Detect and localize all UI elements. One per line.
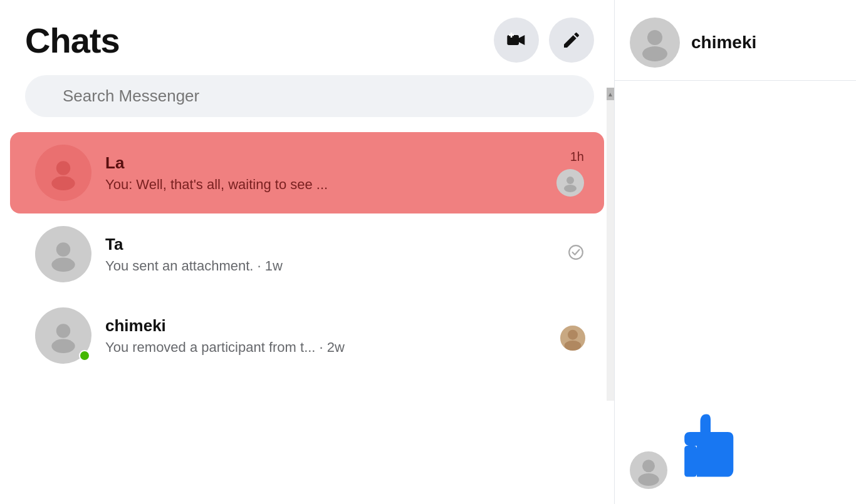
avatar xyxy=(35,226,91,282)
chat-meta xyxy=(556,322,584,349)
status-avatar xyxy=(556,169,584,197)
svg-point-17 xyxy=(642,46,667,61)
chat-preview: You sent an attachment. · 1w xyxy=(105,258,560,274)
svg-point-9 xyxy=(56,242,70,256)
list-item[interactable]: Ta You sent an attachment. · 1w xyxy=(10,213,604,295)
chat-time: 1h xyxy=(570,150,584,164)
search-input[interactable] xyxy=(25,75,594,117)
scroll-up-button[interactable]: ▲ xyxy=(607,88,614,100)
svg-point-15 xyxy=(565,341,582,351)
svg-point-12 xyxy=(56,324,70,337)
page-title: Chats xyxy=(25,20,120,61)
svg-rect-20 xyxy=(684,446,697,477)
svg-point-18 xyxy=(642,460,655,472)
online-indicator xyxy=(79,350,90,361)
chat-name: chimeki xyxy=(105,316,549,336)
svg-point-7 xyxy=(566,177,574,184)
svg-point-5 xyxy=(56,161,70,175)
list-item[interactable]: chimeki You removed a participant from t… xyxy=(10,295,604,376)
svg-rect-0 xyxy=(507,35,519,45)
right-header: chimeki xyxy=(615,0,856,81)
new-chat-button[interactable] xyxy=(549,18,594,63)
avatar xyxy=(35,307,91,364)
message-avatar xyxy=(630,451,667,489)
chat-name: La xyxy=(105,153,549,173)
chat-list: La You: Well, that's all, waiting to see… xyxy=(0,132,614,504)
left-panel: Chats xyxy=(0,0,614,504)
chat-preview: You removed a participant from t... · 2w xyxy=(105,339,549,356)
svg-point-16 xyxy=(647,30,662,45)
right-body xyxy=(615,81,856,504)
svg-point-13 xyxy=(51,339,75,353)
svg-point-19 xyxy=(638,473,659,486)
chat-meta xyxy=(568,244,584,264)
contact-name: chimeki xyxy=(691,33,756,53)
chat-meta: 1h xyxy=(556,150,584,197)
list-item[interactable]: La You: Well, that's all, waiting to see… xyxy=(10,132,604,213)
chat-content: La You: Well, that's all, waiting to see… xyxy=(105,153,549,193)
chat-content: Ta You sent an attachment. · 1w xyxy=(105,235,560,274)
header-actions xyxy=(494,18,594,63)
svg-point-14 xyxy=(568,330,578,340)
delivered-icon xyxy=(568,244,584,264)
mini-avatar xyxy=(559,324,587,352)
chat-preview: You: Well, that's all, waiting to see ..… xyxy=(105,177,549,193)
scrollbar[interactable]: ▲ xyxy=(607,88,614,401)
new-video-button[interactable] xyxy=(494,18,539,63)
header: Chats xyxy=(0,0,614,75)
svg-point-11 xyxy=(569,245,583,259)
chat-name: Ta xyxy=(105,235,560,254)
right-panel: chimeki xyxy=(614,0,856,504)
svg-point-6 xyxy=(51,177,75,190)
message-row xyxy=(630,411,841,489)
search-container xyxy=(0,75,614,132)
search-wrapper xyxy=(25,75,594,117)
contact-avatar xyxy=(630,18,680,68)
svg-point-10 xyxy=(51,258,75,272)
thumbs-up-emoji xyxy=(676,411,745,489)
chat-content: chimeki You removed a participant from t… xyxy=(105,316,549,356)
svg-point-8 xyxy=(564,185,577,192)
avatar xyxy=(35,145,91,201)
